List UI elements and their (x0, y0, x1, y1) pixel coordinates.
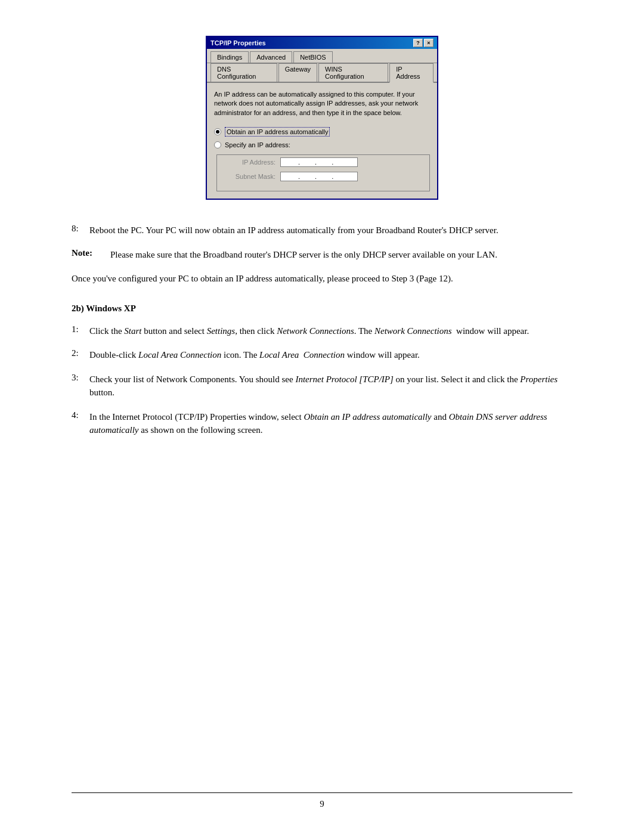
step-8-number: 8: (72, 224, 79, 234)
radio-auto-circle[interactable] (214, 128, 221, 135)
once-text: Once you've configured your PC to obtain… (72, 272, 572, 286)
step-1-number: 1: (72, 324, 79, 335)
subnet-seg2[interactable] (300, 173, 315, 180)
tab-dns-config[interactable]: DNS Configuration (210, 63, 277, 82)
step-2-text: Double-click Local Area Connection icon.… (89, 350, 420, 360)
step-4-number: 4: (72, 410, 79, 420)
subnet-mask-label: Subnet Mask: (222, 173, 275, 180)
tab-bindings[interactable]: Bindings (210, 51, 249, 63)
dialog-description: An IP address can be automatically assig… (214, 90, 430, 117)
radio-auto-label: Obtain an IP address automatically (225, 127, 330, 137)
step-8-text: Reboot the PC. Your PC will now obtain a… (89, 225, 499, 235)
ip-seg4[interactable] (333, 159, 348, 166)
step2-italic1: Local Area Connection (138, 350, 221, 360)
ip-seg1[interactable] (283, 159, 298, 166)
close-button[interactable]: × (424, 39, 434, 47)
dialog-body: An IP address can be automatically assig… (207, 83, 437, 199)
step-3-number: 3: (72, 373, 79, 383)
ip-seg2[interactable] (300, 159, 315, 166)
tabs-row1: Bindings Advanced NetBIOS (207, 49, 437, 63)
step-1-text: Click the Start button and select Settin… (89, 326, 529, 336)
ip-address-label: IP Address: (222, 159, 275, 166)
step3-italic1: Internet Protocol [TCP/IP] (295, 374, 393, 384)
tabs-row2: DNS Configuration Gateway WINS Configura… (207, 63, 437, 83)
step3-italic2: Properties (520, 374, 558, 384)
titlebar-buttons: ? × (413, 39, 434, 47)
radio-auto-item[interactable]: Obtain an IP address automatically (214, 127, 430, 137)
subnet-seg3[interactable] (317, 173, 332, 180)
footer-line (72, 792, 572, 793)
tcpip-dialog: TCP/IP Properties ? × Bindings Advanced … (206, 36, 438, 200)
subnet-mask-row: Subnet Mask: . . . (222, 172, 425, 181)
step-4: 4: In the Internet Protocol (TCP/IP) Pro… (72, 410, 572, 437)
radio-specify-circle[interactable] (214, 141, 221, 148)
radio-specify-item[interactable]: Specify an IP address: (214, 141, 430, 148)
step1-italic1: Start (124, 326, 141, 336)
dialog-screenshot: TCP/IP Properties ? × Bindings Advanced … (72, 36, 572, 200)
section-heading: 2b) Windows XP (72, 304, 572, 314)
step-3-text: Check your list of Network Components. Y… (89, 374, 558, 398)
help-button[interactable]: ? (413, 39, 423, 47)
step1-italic2: Settings (207, 326, 236, 336)
radio-specify-label: Specify an IP address: (225, 141, 290, 148)
step4-italic1: Obtain an IP address automatically (304, 412, 431, 422)
step-4-text: In the Internet Protocol (TCP/IP) Proper… (89, 412, 547, 435)
step2-italic2: Local Area Connection (259, 350, 345, 360)
ip-seg3[interactable] (317, 159, 332, 166)
step-1: 1: Click the Start button and select Set… (72, 324, 572, 338)
specify-group: IP Address: . . . Subnet Mask: (216, 154, 430, 191)
radio-group: Obtain an IP address automatically Speci… (214, 127, 430, 148)
ip-address-input[interactable]: . . . (280, 157, 358, 167)
dialog-title: TCP/IP Properties (210, 39, 266, 47)
tab-advanced[interactable]: Advanced (250, 51, 292, 63)
subnet-seg1[interactable] (283, 173, 298, 180)
note-block: Note: Please make sure that the Broadban… (72, 248, 572, 262)
tab-gateway[interactable]: Gateway (278, 63, 317, 82)
page-footer: 9 (0, 792, 644, 809)
tab-netbios[interactable]: NetBIOS (293, 51, 332, 63)
note-label: Note: (72, 248, 92, 258)
page-number: 9 (320, 799, 324, 809)
tab-ip-address[interactable]: IP Address (389, 63, 434, 83)
subnet-seg4[interactable] (333, 173, 348, 180)
ip-address-row: IP Address: . . . (222, 157, 425, 167)
step-8: 8: Reboot the PC. Your PC will now obtai… (72, 224, 572, 237)
note-text: Please make sure that the Broadband rout… (110, 250, 497, 259)
subnet-mask-input[interactable]: . . . (280, 172, 358, 181)
steps-list: 1: Click the Start button and select Set… (72, 324, 572, 437)
dialog-titlebar: TCP/IP Properties ? × (207, 37, 437, 49)
step1-italic4: Network Connections (374, 326, 452, 336)
step-3: 3: Check your list of Network Components… (72, 373, 572, 400)
tab-wins-config[interactable]: WINS Configuration (318, 63, 388, 82)
step1-italic3: Network Connections (277, 326, 354, 336)
step-2-number: 2: (72, 348, 79, 358)
step-2: 2: Double-click Local Area Connection ic… (72, 348, 572, 362)
